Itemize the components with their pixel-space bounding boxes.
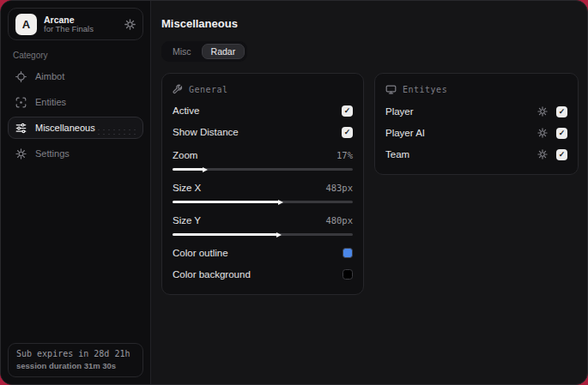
monitor-icon <box>385 84 397 95</box>
general-panel: General Active Show Distance Zoom 17% <box>161 73 364 295</box>
slider-label: Zoom <box>173 150 197 160</box>
app-names: Arcane for The Finals <box>44 15 118 34</box>
entity-row-player: Player <box>385 104 567 119</box>
category-label: Category <box>13 51 138 60</box>
panels-container: General Active Show Distance Zoom 17% <box>161 73 579 295</box>
app-window: A Arcane for The Finals Category <box>0 0 588 385</box>
toggle-row-show-distance: Show Distance <box>173 124 353 140</box>
tab-radar[interactable]: Radar <box>202 44 246 59</box>
player-checkbox[interactable] <box>556 106 567 117</box>
color-background-swatch[interactable] <box>342 269 353 280</box>
size-x-slider-fill <box>173 201 279 203</box>
size-x-slider[interactable] <box>173 201 353 203</box>
size-y-slider-group: Size Y 480px <box>173 213 353 236</box>
size-y-slider[interactable] <box>173 233 353 236</box>
entity-row-player-ai: Player AI <box>385 125 567 141</box>
tab-group: Misc Radar <box>161 41 247 62</box>
color-label: Color outline <box>173 248 228 258</box>
team-gear-icon[interactable] <box>537 149 548 159</box>
session-duration-text: session duration 31m 30s <box>16 361 135 370</box>
sidebar-item-label: Aimbot <box>35 71 64 81</box>
size-y-slider-fill <box>173 233 277 236</box>
show-distance-checkbox[interactable] <box>342 127 353 138</box>
player-ai-checkbox[interactable] <box>556 128 567 139</box>
color-background-row: Color background <box>173 267 353 282</box>
sub-expiry-text: Sub expires in 28d 21h <box>16 349 135 358</box>
sidebar-item-settings[interactable]: Settings <box>8 142 143 165</box>
slider-value: 17% <box>336 150 353 160</box>
entities-panel-header: Entityes <box>385 84 567 95</box>
toggle-row-active: Active <box>173 103 353 118</box>
tab-misc[interactable]: Misc <box>164 44 200 59</box>
entity-label: Player AI <box>385 128 425 138</box>
sidebar-item-label: Entities <box>35 97 66 107</box>
zoom-slider[interactable] <box>173 168 353 171</box>
team-checkbox[interactable] <box>556 149 567 160</box>
sidebar-item-aimbot[interactable]: Aimbot <box>8 65 143 87</box>
color-label: Color background <box>173 269 251 280</box>
zoom-slider-fill <box>173 168 203 171</box>
subscription-info-card: Sub expires in 28d 21h session duration … <box>8 343 143 377</box>
entity-label: Player <box>385 106 414 117</box>
entities-panel-title: Entityes <box>403 85 447 94</box>
sidebar-item-label: Miscellaneous <box>35 123 95 133</box>
color-outline-row: Color outline <box>173 245 353 261</box>
sidebar-item-miscellaneous[interactable]: Miscellaneous <box>8 117 143 139</box>
color-outline-swatch[interactable] <box>342 248 353 258</box>
entity-row-team: Team <box>385 147 567 162</box>
header-gear-icon[interactable] <box>124 19 136 30</box>
slider-label: Size X <box>173 183 201 193</box>
sidebar-item-entities[interactable]: Entities <box>8 91 143 113</box>
scan-icon <box>15 97 27 108</box>
page-title: Miscellaneous <box>161 17 579 30</box>
size-x-slider-group: Size X 483px <box>173 180 353 203</box>
gear-icon <box>15 148 27 159</box>
slider-label: Size Y <box>173 215 201 226</box>
zoom-slider-group: Zoom 17% <box>173 147 353 171</box>
player-gear-icon[interactable] <box>537 106 548 117</box>
app-logo: A <box>15 14 37 35</box>
toggle-label: Active <box>173 105 199 116</box>
sidebar-item-label: Settings <box>35 148 70 159</box>
slider-value: 483px <box>325 183 353 193</box>
player-ai-gear-icon[interactable] <box>537 128 548 138</box>
app-subtitle: for The Finals <box>44 25 118 34</box>
sidebar: A Arcane for The Finals Category <box>1 1 151 384</box>
crosshair-icon <box>15 71 27 82</box>
entities-panel: Entityes Player <box>374 73 579 175</box>
entity-label: Team <box>385 149 409 159</box>
main-content: Miscellaneous Misc Radar General Active <box>151 1 588 384</box>
active-checkbox[interactable] <box>342 105 353 117</box>
slider-value: 480px <box>325 215 353 226</box>
sliders-icon <box>15 123 27 134</box>
app-title: Arcane <box>44 15 118 25</box>
general-panel-title: General <box>189 85 228 94</box>
toggle-label: Show Distance <box>173 127 239 137</box>
general-panel-header: General <box>173 84 353 94</box>
wrench-icon <box>173 84 183 94</box>
app-header-card: A Arcane for The Finals <box>8 8 143 40</box>
